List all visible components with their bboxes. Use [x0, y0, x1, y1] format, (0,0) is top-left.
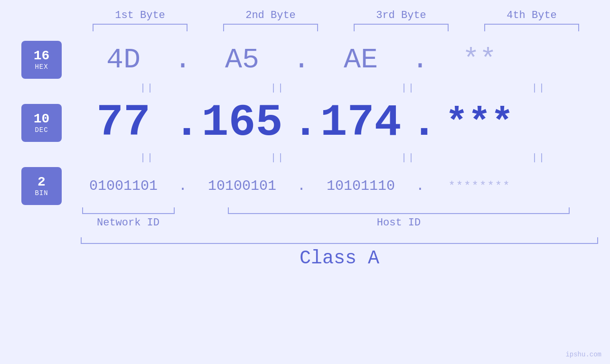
hex-values: 4D . A5 . AE . **: [62, 44, 610, 76]
equals-2: ||: [230, 83, 325, 93]
class-label: Class A: [300, 248, 379, 269]
bin-byte4: ********: [432, 180, 527, 193]
hex-dot1: .: [171, 44, 195, 76]
network-id-label: Network ID: [97, 217, 160, 229]
equals-8: ||: [491, 152, 586, 163]
equals-row-2: || || || ||: [82, 149, 604, 167]
hex-byte2: A5: [195, 44, 290, 76]
class-section: Class A: [81, 237, 598, 269]
dec-row: 10 DEC 77 . 165 . 174 . ***: [0, 97, 610, 149]
watermark: ipshu.com: [565, 351, 601, 358]
dec-values: 77 . 165 . 174 . ***: [62, 97, 610, 149]
byte1-label: 1st Byte: [83, 9, 197, 21]
bin-badge: 2 BIN: [21, 167, 62, 205]
dec-byte1: 77: [76, 97, 171, 149]
bracket-byte2: [223, 24, 318, 31]
host-id-bracket: Host ID: [197, 207, 601, 229]
bracket-byte4: [484, 24, 579, 31]
dec-badge: 10 DEC: [21, 104, 62, 142]
hex-badge-number: 16: [34, 49, 50, 64]
bottom-brackets-row: Network ID Host ID: [78, 207, 601, 229]
equals-4: ||: [491, 83, 586, 93]
bracket-byte1: [93, 24, 188, 31]
hex-byte3: AE: [313, 44, 408, 76]
dec-dot2: .: [290, 97, 313, 149]
equals-7: ||: [361, 152, 456, 163]
byte4-label: 4th Byte: [475, 9, 589, 21]
equals-1: ||: [100, 83, 195, 93]
bin-row: 2 BIN 01001101 . 10100101 . 10101110 .: [0, 167, 610, 205]
equals-3: ||: [361, 83, 456, 93]
bracket-byte3: [354, 24, 449, 31]
hex-byte4: **: [432, 44, 527, 76]
host-id-bracket-line: [228, 207, 570, 214]
network-id-bracket: Network ID: [78, 207, 178, 229]
hex-row: 16 HEX 4D . A5 . AE . **: [0, 41, 610, 79]
equals-5: ||: [100, 152, 195, 163]
main-container: 1st Byte 2nd Byte 3rd Byte 4th Byte 16 H…: [0, 0, 610, 364]
bin-byte3: 10101110: [313, 178, 408, 194]
bin-dot2: .: [290, 178, 313, 194]
bin-values: 01001101 . 10100101 . 10101110 . *******…: [62, 178, 610, 194]
dec-badge-label: DEC: [35, 126, 48, 134]
bin-badge-number: 2: [38, 175, 46, 190]
equals-row-1: || || || ||: [82, 79, 604, 97]
bin-byte1: 01001101: [76, 178, 171, 194]
class-bracket-line: [81, 237, 598, 244]
network-id-bracket-line: [82, 207, 175, 214]
equals-6: ||: [230, 152, 325, 163]
host-id-label: Host ID: [377, 217, 421, 229]
hex-badge-label: HEX: [35, 63, 48, 71]
bin-byte2: 10100101: [195, 178, 290, 194]
hex-dot2: .: [290, 44, 313, 76]
bin-dot1: .: [171, 178, 195, 194]
dec-dot1: .: [171, 97, 195, 149]
top-brackets: [75, 24, 597, 31]
dec-byte4: ***: [432, 102, 527, 145]
bin-badge-label: BIN: [35, 189, 48, 197]
dec-byte3: 174: [313, 97, 408, 149]
dec-byte2: 165: [195, 97, 290, 149]
byte3-label: 3rd Byte: [344, 9, 458, 21]
dec-badge-number: 10: [34, 112, 50, 127]
hex-dot3: .: [408, 44, 432, 76]
hex-badge: 16 HEX: [21, 41, 62, 79]
bin-dot3: .: [408, 178, 432, 194]
byte-headers: 1st Byte 2nd Byte 3rd Byte 4th Byte: [75, 9, 597, 21]
dec-dot3: .: [408, 97, 432, 149]
hex-byte1: 4D: [76, 44, 171, 76]
byte2-label: 2nd Byte: [214, 9, 328, 21]
